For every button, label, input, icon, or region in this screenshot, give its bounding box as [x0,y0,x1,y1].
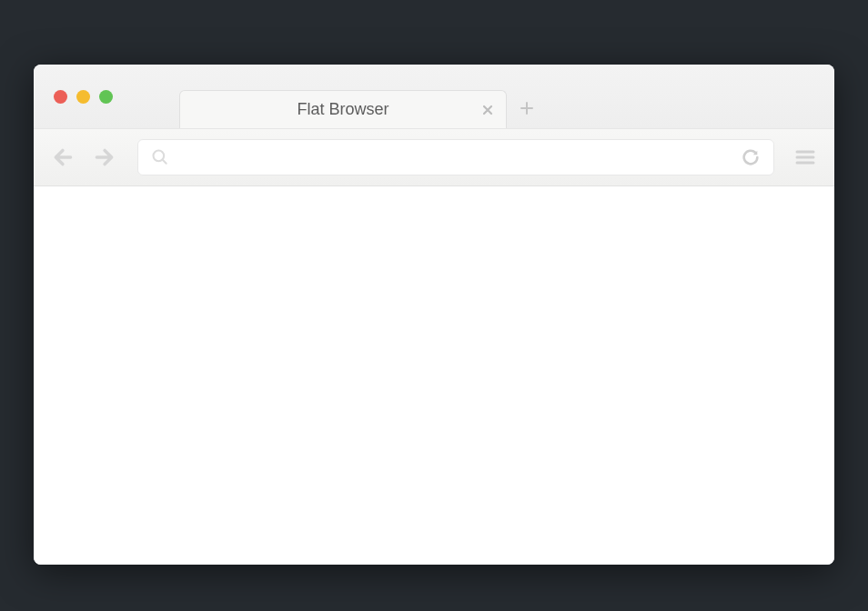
browser-tab[interactable]: Flat Browser [179,90,507,128]
tab-strip: Flat Browser [179,65,534,128]
content-area [34,186,834,565]
reload-button[interactable] [741,147,761,167]
new-tab-button[interactable] [520,99,534,119]
maximize-window-button[interactable] [99,90,113,104]
arrow-left-icon [52,145,76,169]
arrow-right-icon [92,145,116,169]
search-icon [151,148,169,166]
close-tab-icon[interactable] [482,102,493,118]
forward-button[interactable] [92,145,116,169]
address-bar[interactable] [137,139,774,175]
toolbar [34,128,834,186]
traffic-lights [54,90,113,104]
minimize-window-button[interactable] [76,90,90,104]
nav-buttons [52,145,116,169]
back-button[interactable] [52,145,76,169]
title-bar: Flat Browser [34,65,834,128]
menu-button[interactable] [794,146,816,168]
address-input[interactable] [169,150,741,165]
hamburger-icon [794,146,816,168]
close-window-button[interactable] [54,90,67,104]
reload-icon [741,147,761,167]
tab-title: Flat Browser [297,100,389,119]
browser-window: Flat Browser [34,65,834,565]
